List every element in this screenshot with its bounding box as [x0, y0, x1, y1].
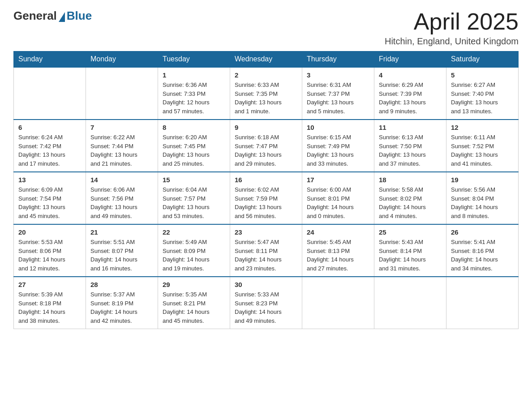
day-info: Sunrise: 5:33 AM Sunset: 8:23 PM Dayligh… [235, 290, 297, 325]
calendar-cell: 28Sunrise: 5:37 AM Sunset: 8:19 PM Dayli… [86, 277, 158, 329]
day-number: 1 [163, 71, 225, 79]
day-info: Sunrise: 5:45 AM Sunset: 8:13 PM Dayligh… [307, 238, 369, 273]
calendar-header-monday: Monday [86, 51, 158, 68]
day-info: Sunrise: 6:24 AM Sunset: 7:42 PM Dayligh… [18, 133, 81, 168]
day-info: Sunrise: 6:36 AM Sunset: 7:33 PM Dayligh… [163, 81, 225, 116]
day-info: Sunrise: 5:39 AM Sunset: 8:18 PM Dayligh… [18, 290, 81, 325]
calendar-cell: 2Sunrise: 6:33 AM Sunset: 7:35 PM Daylig… [230, 67, 302, 120]
calendar-cell: 9Sunrise: 6:18 AM Sunset: 7:47 PM Daylig… [230, 120, 302, 172]
day-info: Sunrise: 6:18 AM Sunset: 7:47 PM Dayligh… [235, 133, 297, 168]
day-info: Sunrise: 6:33 AM Sunset: 7:35 PM Dayligh… [235, 81, 297, 116]
logo-blue-text: Blue [67, 9, 92, 23]
calendar-cell: 6Sunrise: 6:24 AM Sunset: 7:42 PM Daylig… [14, 120, 86, 172]
calendar-cell: 15Sunrise: 6:04 AM Sunset: 7:57 PM Dayli… [158, 172, 230, 224]
calendar-cell: 29Sunrise: 5:35 AM Sunset: 8:21 PM Dayli… [158, 277, 230, 329]
day-info: Sunrise: 5:43 AM Sunset: 8:14 PM Dayligh… [379, 238, 442, 273]
calendar-header-row: SundayMondayTuesdayWednesdayThursdayFrid… [14, 51, 519, 68]
day-number: 25 [379, 228, 442, 236]
calendar-table: SundayMondayTuesdayWednesdayThursdayFrid… [13, 51, 519, 329]
day-number: 12 [451, 124, 514, 131]
calendar-cell: 19Sunrise: 5:56 AM Sunset: 8:04 PM Dayli… [446, 172, 519, 224]
day-number: 3 [307, 71, 369, 79]
calendar-header-saturday: Saturday [446, 51, 519, 68]
calendar-cell: 21Sunrise: 5:51 AM Sunset: 8:07 PM Dayli… [86, 224, 158, 277]
day-number: 19 [451, 176, 514, 184]
day-number: 13 [18, 176, 81, 184]
logo-triangle-icon [59, 12, 65, 22]
calendar-cell: 14Sunrise: 6:06 AM Sunset: 7:56 PM Dayli… [86, 172, 158, 224]
day-info: Sunrise: 6:22 AM Sunset: 7:44 PM Dayligh… [90, 133, 153, 168]
day-number: 27 [18, 281, 81, 288]
calendar-cell: 7Sunrise: 6:22 AM Sunset: 7:44 PM Daylig… [86, 120, 158, 172]
calendar-header-tuesday: Tuesday [158, 51, 230, 68]
day-number: 24 [307, 228, 369, 236]
day-number: 18 [379, 176, 442, 184]
day-info: Sunrise: 6:29 AM Sunset: 7:39 PM Dayligh… [379, 81, 442, 116]
day-number: 21 [90, 228, 153, 236]
calendar-cell: 1Sunrise: 6:36 AM Sunset: 7:33 PM Daylig… [158, 67, 230, 120]
day-number: 2 [235, 71, 297, 79]
calendar-week-row: 6Sunrise: 6:24 AM Sunset: 7:42 PM Daylig… [14, 120, 519, 172]
page-header: General Blue April 2025 Hitchin, England… [13, 9, 519, 47]
calendar-cell: 17Sunrise: 6:00 AM Sunset: 8:01 PM Dayli… [302, 172, 374, 224]
calendar-cell: 16Sunrise: 6:02 AM Sunset: 7:59 PM Dayli… [230, 172, 302, 224]
day-number: 29 [163, 281, 225, 288]
day-number: 11 [379, 124, 442, 131]
day-info: Sunrise: 6:27 AM Sunset: 7:40 PM Dayligh… [451, 81, 514, 116]
day-number: 7 [90, 124, 153, 131]
day-info: Sunrise: 6:15 AM Sunset: 7:49 PM Dayligh… [307, 133, 369, 168]
month-year-title: April 2025 [385, 9, 519, 34]
calendar-cell: 27Sunrise: 5:39 AM Sunset: 8:18 PM Dayli… [14, 277, 86, 329]
calendar-cell: 11Sunrise: 6:13 AM Sunset: 7:50 PM Dayli… [374, 120, 446, 172]
calendar-week-row: 13Sunrise: 6:09 AM Sunset: 7:54 PM Dayli… [14, 172, 519, 224]
calendar-cell [374, 277, 446, 329]
calendar-cell: 4Sunrise: 6:29 AM Sunset: 7:39 PM Daylig… [374, 67, 446, 120]
calendar-cell [86, 67, 158, 120]
day-info: Sunrise: 5:56 AM Sunset: 8:04 PM Dayligh… [451, 185, 514, 220]
calendar-header-thursday: Thursday [302, 51, 374, 68]
day-number: 20 [18, 228, 81, 236]
day-info: Sunrise: 6:31 AM Sunset: 7:37 PM Dayligh… [307, 81, 369, 116]
day-number: 30 [235, 281, 297, 288]
calendar-cell: 5Sunrise: 6:27 AM Sunset: 7:40 PM Daylig… [446, 67, 519, 120]
logo: General Blue [13, 9, 92, 23]
day-number: 6 [18, 124, 81, 131]
day-info: Sunrise: 5:47 AM Sunset: 8:11 PM Dayligh… [235, 238, 297, 273]
calendar-cell: 18Sunrise: 5:58 AM Sunset: 8:02 PM Dayli… [374, 172, 446, 224]
calendar-cell: 30Sunrise: 5:33 AM Sunset: 8:23 PM Dayli… [230, 277, 302, 329]
day-info: Sunrise: 5:41 AM Sunset: 8:16 PM Dayligh… [451, 238, 514, 273]
day-number: 15 [163, 176, 225, 184]
calendar-cell: 25Sunrise: 5:43 AM Sunset: 8:14 PM Dayli… [374, 224, 446, 277]
calendar-week-row: 27Sunrise: 5:39 AM Sunset: 8:18 PM Dayli… [14, 277, 519, 329]
day-info: Sunrise: 6:09 AM Sunset: 7:54 PM Dayligh… [18, 185, 81, 220]
day-number: 16 [235, 176, 297, 184]
calendar-cell: 23Sunrise: 5:47 AM Sunset: 8:11 PM Dayli… [230, 224, 302, 277]
calendar-cell: 24Sunrise: 5:45 AM Sunset: 8:13 PM Dayli… [302, 224, 374, 277]
day-number: 10 [307, 124, 369, 131]
day-info: Sunrise: 5:58 AM Sunset: 8:02 PM Dayligh… [379, 185, 442, 220]
day-number: 17 [307, 176, 369, 184]
day-info: Sunrise: 5:49 AM Sunset: 8:09 PM Dayligh… [163, 238, 225, 273]
location-subtitle: Hitchin, England, United Kingdom [385, 36, 519, 47]
day-number: 14 [90, 176, 153, 184]
calendar-cell: 20Sunrise: 5:53 AM Sunset: 8:06 PM Dayli… [14, 224, 86, 277]
day-info: Sunrise: 6:11 AM Sunset: 7:52 PM Dayligh… [451, 133, 514, 168]
calendar-week-row: 1Sunrise: 6:36 AM Sunset: 7:33 PM Daylig… [14, 67, 519, 120]
day-info: Sunrise: 6:00 AM Sunset: 8:01 PM Dayligh… [307, 185, 369, 220]
calendar-cell: 8Sunrise: 6:20 AM Sunset: 7:45 PM Daylig… [158, 120, 230, 172]
day-number: 22 [163, 228, 225, 236]
day-info: Sunrise: 6:20 AM Sunset: 7:45 PM Dayligh… [163, 133, 225, 168]
day-info: Sunrise: 5:35 AM Sunset: 8:21 PM Dayligh… [163, 290, 225, 325]
day-number: 28 [90, 281, 153, 288]
calendar-cell [302, 277, 374, 329]
calendar-cell: 12Sunrise: 6:11 AM Sunset: 7:52 PM Dayli… [446, 120, 519, 172]
day-number: 9 [235, 124, 297, 131]
day-info: Sunrise: 5:51 AM Sunset: 8:07 PM Dayligh… [90, 238, 153, 273]
day-info: Sunrise: 5:53 AM Sunset: 8:06 PM Dayligh… [18, 238, 81, 273]
logo-general-text: General [13, 9, 57, 23]
calendar-cell: 3Sunrise: 6:31 AM Sunset: 7:37 PM Daylig… [302, 67, 374, 120]
title-section: April 2025 Hitchin, England, United King… [385, 9, 519, 47]
day-number: 8 [163, 124, 225, 131]
day-info: Sunrise: 5:37 AM Sunset: 8:19 PM Dayligh… [90, 290, 153, 325]
day-info: Sunrise: 6:13 AM Sunset: 7:50 PM Dayligh… [379, 133, 442, 168]
